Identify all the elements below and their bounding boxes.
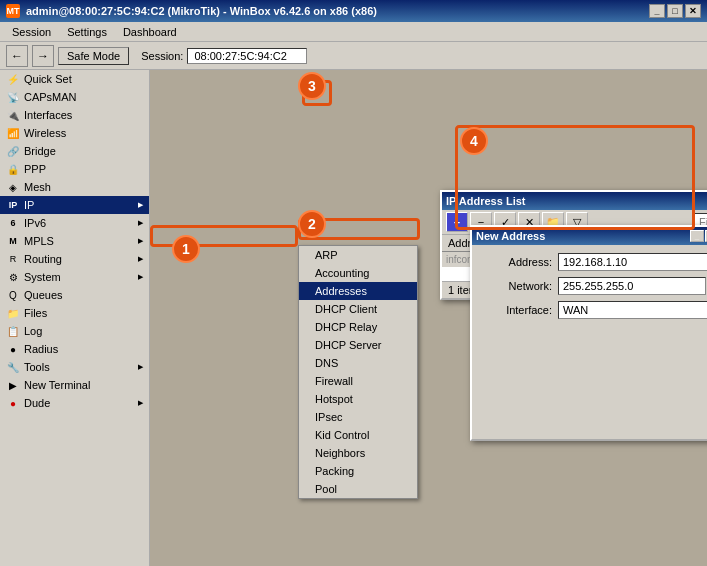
- ctx-neighbors[interactable]: Neighbors: [299, 444, 417, 462]
- interface-select[interactable]: WAN: [558, 301, 707, 319]
- forward-button[interactable]: →: [32, 45, 54, 67]
- ctx-firewall[interactable]: Firewall: [299, 372, 417, 390]
- ppp-icon: 🔒: [6, 162, 20, 176]
- ctx-kid-control[interactable]: Kid Control: [299, 426, 417, 444]
- sidebar-item-bridge[interactable]: 🔗 Bridge: [0, 142, 149, 160]
- sidebar-item-new-terminal[interactable]: ▶ New Terminal: [0, 376, 149, 394]
- routing-icon: R: [6, 252, 20, 266]
- sidebar-item-mesh[interactable]: ◈ Mesh: [0, 178, 149, 196]
- address-label: Address:: [480, 256, 552, 268]
- ipv6-icon: 6: [6, 216, 20, 230]
- new-address-dialog: New Address _ □ ✕ Address: Network:: [470, 225, 707, 441]
- network-select-wrapper: ▲ ▼: [558, 277, 707, 295]
- ctx-arp[interactable]: ARP: [299, 246, 417, 264]
- mesh-icon: ◈: [6, 180, 20, 194]
- files-icon: 📁: [6, 306, 20, 320]
- safe-mode-button[interactable]: Safe Mode: [58, 47, 129, 65]
- new-addr-title: New Address _ □ ✕: [472, 227, 707, 245]
- dialog-body: Address: Network: ▲ ▼: [472, 245, 707, 439]
- ctx-packing[interactable]: Packing: [299, 462, 417, 480]
- mpls-icon: M: [6, 234, 20, 248]
- network-input[interactable]: [558, 277, 706, 295]
- ctx-addresses[interactable]: Addresses: [299, 282, 417, 300]
- window-title: admin@08:00:27:5C:94:C2 (MikroTik) - Win…: [26, 5, 377, 17]
- sidebar-item-routing[interactable]: R Routing: [0, 250, 149, 268]
- log-icon: 📋: [6, 324, 20, 338]
- radius-icon: ●: [6, 342, 20, 356]
- interfaces-icon: 🔌: [6, 108, 20, 122]
- addr-list-title: IP Address List _ □ ✕: [442, 192, 707, 210]
- ctx-hotspot[interactable]: Hotspot: [299, 390, 417, 408]
- sidebar-item-log[interactable]: 📋 Log: [0, 322, 149, 340]
- sidebar-item-tools[interactable]: 🔧 Tools: [0, 358, 149, 376]
- minimize-button[interactable]: _: [649, 4, 665, 18]
- bridge-icon: 🔗: [6, 144, 20, 158]
- sidebar-item-radius[interactable]: ● Radius: [0, 340, 149, 358]
- sidebar-item-quickset[interactable]: ⚡ Quick Set: [0, 70, 149, 88]
- main-layout: ⚡ Quick Set 📡 CAPsMAN 🔌 Interfaces 📶 Wir…: [0, 70, 707, 566]
- queues-icon: Q: [6, 288, 20, 302]
- add-address-button[interactable]: +: [446, 212, 468, 232]
- address-field-row: Address:: [480, 253, 707, 271]
- interface-label: Interface:: [480, 304, 552, 316]
- ctx-dhcp-relay[interactable]: DHCP Relay: [299, 318, 417, 336]
- network-label: Network:: [480, 280, 552, 292]
- close-button[interactable]: ✕: [685, 4, 701, 18]
- tools-icon: 🔧: [6, 360, 20, 374]
- title-bar: MT admin@08:00:27:5C:94:C2 (MikroTik) - …: [0, 0, 707, 22]
- ctx-dhcp-server[interactable]: DHCP Server: [299, 336, 417, 354]
- sidebar-item-dude[interactable]: ● Dude: [0, 394, 149, 412]
- badge-3: 3: [298, 72, 326, 100]
- address-input[interactable]: [558, 253, 707, 271]
- new-addr-minimize[interactable]: _: [690, 230, 704, 242]
- ip-context-menu: ARP Accounting Addresses DHCP Client DHC…: [298, 245, 418, 499]
- ctx-pool[interactable]: Pool: [299, 480, 417, 498]
- sidebar-item-files[interactable]: 📁 Files: [0, 304, 149, 322]
- ctx-dns[interactable]: DNS: [299, 354, 417, 372]
- sidebar-item-mpls[interactable]: M MPLS: [0, 232, 149, 250]
- sidebar-item-capsman[interactable]: 📡 CAPsMAN: [0, 88, 149, 106]
- ip-icon: IP: [6, 198, 20, 212]
- badge-4: 4: [460, 127, 488, 155]
- interface-field-row: Interface: WAN: [480, 301, 707, 319]
- interface-select-wrapper: WAN: [558, 301, 707, 319]
- capsman-icon: 📡: [6, 90, 20, 104]
- maximize-button[interactable]: □: [667, 4, 683, 18]
- sidebar-item-ppp[interactable]: 🔒 PPP: [0, 160, 149, 178]
- quickset-icon: ⚡: [6, 72, 20, 86]
- sidebar-item-system[interactable]: ⚙ System: [0, 268, 149, 286]
- new-addr-controls: _ □ ✕: [690, 230, 707, 242]
- session-value: 08:00:27:5C:94:C2: [187, 48, 307, 64]
- ctx-ipsec[interactable]: IPsec: [299, 408, 417, 426]
- ctx-accounting[interactable]: Accounting: [299, 264, 417, 282]
- back-button[interactable]: ←: [6, 45, 28, 67]
- menu-session[interactable]: Session: [4, 24, 59, 40]
- app-icon: MT: [6, 4, 20, 18]
- network-field-row: Network: ▲ ▼: [480, 277, 707, 295]
- sidebar-item-ipv6[interactable]: 6 IPv6: [0, 214, 149, 232]
- toolbar: ← → Safe Mode Session: 08:00:27:5C:94:C2: [0, 42, 707, 70]
- sidebar: ⚡ Quick Set 📡 CAPsMAN 🔌 Interfaces 📶 Wir…: [0, 70, 150, 566]
- menu-settings[interactable]: Settings: [59, 24, 115, 40]
- dialog-fields: Address: Network: ▲ ▼: [480, 253, 707, 431]
- system-icon: ⚙: [6, 270, 20, 284]
- wireless-icon: 📶: [6, 126, 20, 140]
- content-area: ARP Accounting Addresses DHCP Client DHC…: [150, 70, 707, 566]
- window-controls: _ □ ✕: [649, 4, 701, 18]
- session-label: Session:: [141, 50, 183, 62]
- menu-dashboard[interactable]: Dashboard: [115, 24, 185, 40]
- badge-2: 2: [298, 210, 326, 238]
- sidebar-item-wireless[interactable]: 📶 Wireless: [0, 124, 149, 142]
- ctx-dhcp-client[interactable]: DHCP Client: [299, 300, 417, 318]
- terminal-icon: ▶: [6, 378, 20, 392]
- dude-icon: ●: [6, 396, 20, 410]
- sidebar-item-queues[interactable]: Q Queues: [0, 286, 149, 304]
- sidebar-item-ip[interactable]: IP IP: [0, 196, 149, 214]
- badge-1: 1: [172, 235, 200, 263]
- menu-bar: Session Settings Dashboard: [0, 22, 707, 42]
- sidebar-item-interfaces[interactable]: 🔌 Interfaces: [0, 106, 149, 124]
